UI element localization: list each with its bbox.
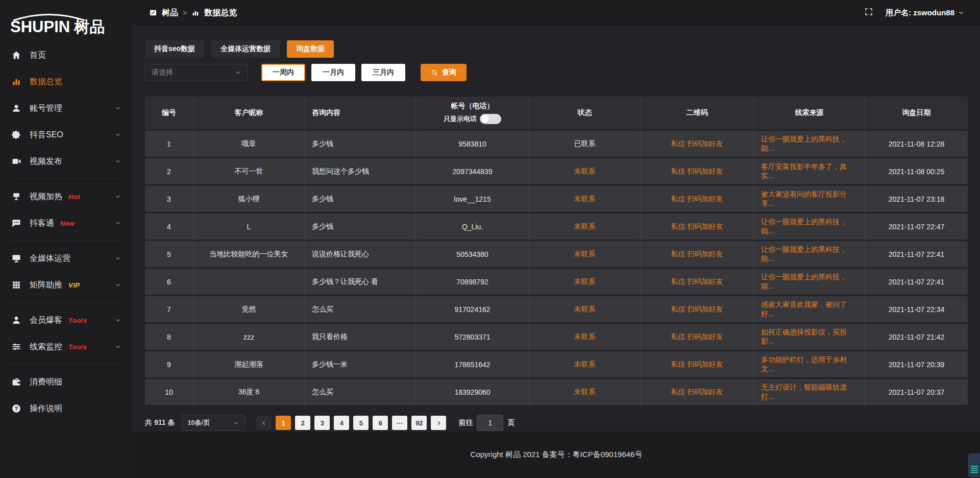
cell-nickname: zzz [193, 324, 305, 351]
cell-qrcode: 私信 扫码加好友 [641, 241, 754, 269]
status-badge: 未联系 [574, 167, 596, 175]
sidebar-item-label: 数据总览 [30, 77, 62, 87]
period-button-1[interactable]: 一月内 [311, 64, 355, 81]
cell-account: 50534380 [416, 241, 529, 269]
logo: SHUPIN 树品 [0, 0, 133, 38]
source-link[interactable]: 无主灯设计，智能磁吸轨道灯... [761, 383, 847, 400]
qrcode-link[interactable]: 私信 扫码加好友 [671, 277, 723, 285]
qrcode-link[interactable]: 私信 扫码加好友 [671, 388, 723, 396]
sidebar-item-label: 矩阵助推 [30, 280, 62, 291]
period-button-2[interactable]: 三月内 [361, 64, 405, 81]
status-badge: 已联系 [574, 139, 596, 148]
breadcrumb: 树品 > 数据总览 [149, 8, 237, 18]
sidebar-item-10[interactable]: 矩阵助推 VIP [0, 272, 133, 298]
sidebar-item-label: 线索监控 [30, 342, 62, 352]
prev-page-button[interactable] [256, 416, 272, 430]
source-link[interactable]: 让你一眼就爱上的黑科技，能... [761, 218, 847, 235]
cell-date: 2021-11-08 12:28 [865, 131, 968, 158]
page-size-select[interactable]: 10条/页 [182, 415, 245, 431]
cell-date: 2021-11-07 23:18 [865, 186, 968, 213]
col-account: 帐号（电话） 只显示电话 [416, 97, 529, 131]
table-row: 4 L 多少钱 Q_Liu. 未联系 私信 扫码加好友 让你一眼就爱上的黑科技，… [145, 213, 968, 241]
sidebar-item-3[interactable]: 抖音SEO [0, 122, 133, 148]
page-button-2[interactable]: 2 [295, 416, 310, 430]
query-button[interactable]: 查询 [421, 64, 467, 81]
source-link[interactable]: 如何正确选择投影仪，买投影... [761, 328, 847, 345]
user-menu[interactable]: 用户名: zswodun88 [886, 8, 965, 18]
source-link[interactable]: 让你一眼就爱上的黑科技，能... [761, 273, 847, 290]
cell-date: 2021-11-07 22:47 [865, 213, 968, 241]
goto-group: 前往 页 [458, 415, 514, 431]
sidebar-item-12[interactable]: 会员爆客 Tools [0, 307, 133, 333]
breadcrumb-app[interactable]: 树品 [162, 8, 178, 18]
cell-source: 让你一眼就爱上的黑科技，能... [754, 131, 865, 158]
floating-widget[interactable] [968, 453, 980, 477]
page-button-6[interactable]: 6 [373, 416, 388, 430]
sidebar-item-label: 消费明细 [30, 377, 62, 388]
status-badge: 未联系 [574, 388, 596, 396]
cell-date: 2021-11-07 22:34 [865, 296, 968, 324]
grid-icon [11, 280, 21, 290]
fullscreen-icon[interactable] [864, 7, 873, 18]
sidebar-item-13[interactable]: 线索监控 Tools [0, 333, 133, 360]
chevron-down-icon [114, 317, 121, 324]
qrcode-link[interactable]: 私信 扫码加好友 [671, 305, 723, 313]
source-link[interactable]: 让你一眼就爱上的黑科技，能... [761, 245, 847, 262]
tab-2[interactable]: 询盘数据 [287, 40, 334, 58]
source-link[interactable]: 被大家追着问的客厅投影分享... [761, 190, 847, 207]
qrcode-link[interactable]: 私信 扫码加好友 [671, 250, 723, 258]
table-row: 6 多少钱？让我死心 看 70898792 未联系 私信 扫码加好友 让你一眼就… [145, 269, 968, 296]
sidebar-item-1[interactable]: 数据总览 [0, 68, 133, 95]
page-button-1[interactable]: 1 [276, 416, 291, 430]
cell-account: 2097344839 [416, 158, 529, 186]
period-button-0[interactable]: 一周内 [261, 64, 305, 81]
sidebar-item-15[interactable]: 消费明细 [0, 369, 133, 395]
page-button-92[interactable]: 92 [411, 416, 427, 430]
status-badge: 未联系 [574, 222, 596, 230]
cell-date: 2021-11-07 21:42 [865, 324, 968, 351]
filter-row: 请选择 一周内一月内三月内 查询 [145, 64, 968, 81]
cell-qrcode: 私信 扫码加好友 [641, 379, 754, 407]
source-link[interactable]: 客厅安装投影半年多了，真实... [761, 162, 847, 180]
page-button-5[interactable]: 5 [353, 416, 369, 430]
phone-only-toggle[interactable] [480, 114, 501, 124]
sidebar-item-badge: New [60, 220, 75, 227]
cell-source: 让你一眼就爱上的黑科技，能... [754, 241, 865, 269]
cell-source: 让你一眼就爱上的黑科技，能... [754, 269, 865, 296]
qrcode-link[interactable]: 私信 扫码加好友 [671, 360, 723, 368]
sidebar-item-2[interactable]: 账号管理 [0, 95, 133, 122]
sidebar-item-9[interactable]: 全媒体运营 [0, 245, 133, 272]
cell-content: 多少钱 [305, 186, 416, 213]
chevron-down-icon [114, 105, 121, 112]
col-no: 编号 [145, 97, 193, 131]
tab-1[interactable]: 全媒体运营数据 [211, 40, 280, 58]
sidebar-item-4[interactable]: 视频发布 [0, 148, 133, 175]
sidebar-item-7[interactable]: 抖客通 New [0, 210, 133, 236]
sidebar-item-0[interactable]: 首页 [0, 42, 133, 68]
next-page-button[interactable] [431, 416, 446, 430]
filter-select[interactable]: 请选择 [145, 64, 248, 81]
sidebar-item-6[interactable]: 视频加热 Hot [0, 183, 133, 210]
cell-date: 2021-11-07 22:41 [865, 241, 968, 269]
qrcode-link[interactable]: 私信 扫码加好友 [671, 195, 723, 203]
table-row: 8 zzz 我只看价格 572803371 未联系 私信 扫码加好友 如何正确选… [145, 324, 968, 351]
tab-0[interactable]: 抖音seo数据 [145, 40, 204, 58]
page-button-3[interactable]: 3 [314, 416, 330, 430]
cell-status: 已联系 [529, 131, 641, 158]
cell-account: 178651642 [416, 351, 529, 379]
goto-page-input[interactable] [477, 415, 503, 431]
source-link[interactable]: 多功能护栏灯，适用于乡村文... [761, 355, 847, 373]
qrcode-link[interactable]: 私信 扫码加好友 [671, 167, 723, 175]
cell-nickname: 觉然 [193, 296, 305, 324]
qrcode-link[interactable]: 私信 扫码加好友 [671, 222, 723, 230]
page-ellipsis-button[interactable]: ··· [392, 416, 407, 430]
page-button-4[interactable]: 4 [334, 416, 349, 430]
cell-content: 我只看价格 [305, 324, 416, 351]
cell-status: 未联系 [529, 379, 641, 407]
qrcode-link[interactable]: 私信 扫码加好友 [671, 139, 723, 148]
source-link[interactable]: 感谢大家喜欢我家，被问了好... [761, 300, 847, 318]
source-link[interactable]: 让你一眼就爱上的黑科技，能... [761, 135, 847, 152]
user-icon [11, 103, 21, 113]
qrcode-link[interactable]: 私信 扫码加好友 [671, 332, 723, 341]
sidebar-item-16[interactable]: ? 操作说明 [0, 395, 133, 422]
